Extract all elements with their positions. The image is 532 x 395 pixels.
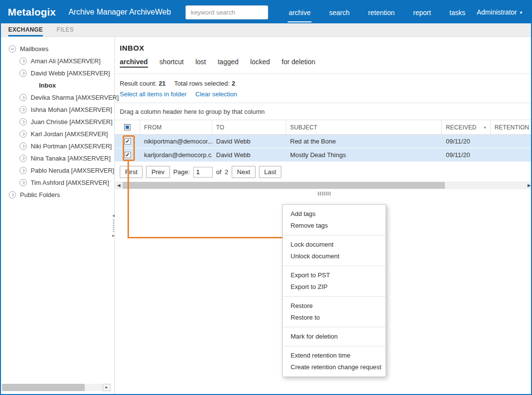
- group-by-drop-zone[interactable]: Drag a column header here to group by th…: [115, 103, 532, 120]
- tree-item-mailboxes[interactable]: Mailboxes: [1, 43, 114, 55]
- tree-item-devika-sharma-amxserver[interactable]: Devika Sharma [AMXSERVER]: [1, 91, 114, 104]
- table-row[interactable]: nikiportman@democor...David WebbRed at t…: [115, 135, 532, 148]
- nav-search[interactable]: search: [328, 2, 350, 22]
- tree-item-tim-ashford-amxserver[interactable]: Tim Ashford [AMXSERVER]: [1, 177, 114, 189]
- menu-item-restore[interactable]: Restore: [283, 300, 385, 312]
- tree-item-label: Devika Sharma [AMXSERVER]: [31, 94, 119, 101]
- horizontal-scrollbar[interactable]: ◀ ▶: [115, 181, 532, 189]
- view-tab-tagged[interactable]: tagged: [218, 58, 238, 68]
- tree-expand-icon[interactable]: [9, 191, 16, 198]
- column-header-label: SUBJECT: [290, 124, 317, 131]
- tree-item-inbox[interactable]: Inbox: [1, 79, 114, 91]
- first-page-button[interactable]: First: [120, 166, 143, 178]
- last-page-button[interactable]: Last: [259, 166, 282, 178]
- tree-item-aman-ali-amxserver[interactable]: Aman Ali [AMXSERVER]: [1, 55, 114, 67]
- column-header-from[interactable]: FROM: [140, 120, 212, 134]
- tree-item-public-folders[interactable]: Public Folders: [1, 189, 114, 201]
- menu-item-remove-tags[interactable]: Remove tags: [283, 220, 385, 232]
- menu-item-create-retention-change-request[interactable]: Create retention change request: [283, 361, 385, 373]
- sidebar-horizontal-scrollbar[interactable]: ►: [2, 384, 110, 391]
- user-menu-administrator[interactable]: Administrator ▾: [477, 8, 523, 16]
- column-header-received[interactable]: RECEIVED▾: [442, 120, 491, 134]
- table-body: nikiportman@democor...David WebbRed at t…: [115, 135, 532, 162]
- menu-item-extend-retention-time[interactable]: Extend retention time: [283, 350, 385, 361]
- tree-item-label: Niki Portman [AMXSERVER]: [31, 143, 112, 150]
- tree-expand-icon[interactable]: [19, 57, 27, 65]
- tree-item-nina-tanaka-amxserver[interactable]: Nina Tanaka [AMXSERVER]: [1, 152, 114, 164]
- context-menu-group: Extend retention timeCreate retention ch…: [283, 346, 385, 377]
- selected-count-value: 2: [232, 80, 235, 87]
- scrollbar-thumb[interactable]: [123, 182, 445, 189]
- tree-expand-icon[interactable]: [19, 70, 27, 77]
- tab-files[interactable]: FILES: [56, 26, 73, 36]
- cell-from: karljordan@democorp.c...: [140, 151, 212, 159]
- table-row[interactable]: karljordan@democorp.c...David WebbMostly…: [115, 148, 532, 162]
- menu-item-export-to-pst[interactable]: Export to PST: [283, 269, 385, 281]
- keyword-search-input[interactable]: [185, 5, 268, 19]
- view-tab-archived[interactable]: archived: [120, 58, 148, 68]
- column-header-label: TO: [216, 124, 224, 131]
- view-tab-lost[interactable]: lost: [195, 58, 206, 68]
- tree-expand-icon[interactable]: [19, 94, 27, 101]
- nav-archive[interactable]: archive: [288, 2, 312, 22]
- tab-exchange[interactable]: EXCHANGE: [8, 26, 43, 36]
- expand-right-icon[interactable]: ▸: [112, 233, 115, 238]
- cell-from: nikiportman@democor...: [140, 138, 212, 145]
- select-all-checkbox[interactable]: [124, 124, 130, 130]
- nav-retention[interactable]: retention: [367, 2, 395, 22]
- select-all-items-link[interactable]: Select all items in folder: [120, 90, 186, 98]
- nav-tasks[interactable]: tasks: [448, 2, 466, 22]
- result-count-value: 21: [159, 80, 165, 87]
- tree-expand-icon[interactable]: [19, 179, 27, 186]
- splitter-grip[interactable]: [318, 192, 330, 196]
- tree-expand-icon[interactable]: [19, 155, 27, 162]
- tree-collapse-icon[interactable]: [9, 45, 16, 53]
- tree-item-label: Juan Christie [AMXSERVER]: [31, 118, 112, 126]
- view-tab-for-deletion[interactable]: for deletion: [282, 58, 315, 68]
- tree-item-juan-christie-amxserver[interactable]: Juan Christie [AMXSERVER]: [1, 116, 114, 128]
- select-all-header-cell[interactable]: [115, 120, 140, 134]
- scrollbar-track[interactable]: [123, 181, 525, 189]
- sort-dropdown-icon[interactable]: ▾: [484, 125, 486, 130]
- collapse-left-icon[interactable]: ◂: [112, 214, 115, 218]
- menu-item-mark-for-deletion[interactable]: Mark for deletion: [283, 331, 385, 342]
- tree-expand-icon[interactable]: [19, 106, 27, 113]
- context-menu-group: Export to PSTExport to ZIP: [283, 266, 385, 296]
- nav-report[interactable]: report: [412, 2, 432, 22]
- menu-item-export-to-zip[interactable]: Export to ZIP: [283, 281, 385, 293]
- page-title: INBOX: [120, 44, 532, 52]
- tree-expand-icon[interactable]: [19, 167, 27, 174]
- page-number-input[interactable]: [193, 167, 213, 178]
- cell-subject: Red at the Bone: [286, 138, 442, 145]
- scroll-right-icon[interactable]: ▶: [525, 181, 532, 189]
- scrollbar-thumb[interactable]: [2, 384, 85, 391]
- tree-item-niki-portman-amxserver[interactable]: Niki Portman [AMXSERVER]: [1, 140, 114, 152]
- archiveweb-window: Metalogix Archive Manager ArchiveWeb arc…: [0, 0, 532, 395]
- tree-expand-icon[interactable]: [19, 143, 27, 150]
- prev-page-button[interactable]: Prev: [146, 166, 170, 178]
- row-checkbox[interactable]: [125, 138, 131, 144]
- view-tab-shortcut[interactable]: shortcut: [160, 58, 184, 68]
- menu-item-add-tags[interactable]: Add tags: [283, 208, 385, 220]
- row-checkbox[interactable]: [125, 152, 131, 158]
- column-header-retention[interactable]: RETENTION: [491, 120, 532, 134]
- folder-tree: MailboxesAman Ali [AMXSERVER]David Webb …: [1, 43, 114, 201]
- next-page-button[interactable]: Next: [232, 166, 256, 178]
- view-tab-locked[interactable]: locked: [250, 58, 270, 68]
- tree-item-karl-jordan-amxserver[interactable]: Karl Jordan [AMXSERVER]: [1, 128, 114, 140]
- tree-expand-icon[interactable]: [19, 118, 27, 126]
- tree-item-ishna-mohan-amxserver[interactable]: Ishna Mohan [AMXSERVER]: [1, 104, 114, 116]
- cell-to: David Webb: [212, 138, 286, 145]
- scroll-right-icon[interactable]: ►: [103, 384, 110, 391]
- menu-item-unlock-document[interactable]: Unlock document: [283, 251, 385, 262]
- menu-item-lock-document[interactable]: Lock document: [283, 239, 385, 251]
- clear-selection-link[interactable]: Clear selection: [195, 90, 237, 98]
- tree-expand-icon[interactable]: [19, 130, 27, 138]
- tree-item-pablo-neruda-amxserver[interactable]: Pablo Neruda [AMXSERVER]: [1, 164, 114, 177]
- scroll-left-icon[interactable]: ◀: [115, 181, 123, 189]
- sidebar-splitter[interactable]: ◂ ▸: [111, 214, 116, 238]
- tree-item-david-webb-amxserver[interactable]: David Webb [AMXSERVER]: [1, 67, 114, 79]
- column-header-to[interactable]: TO: [212, 120, 286, 134]
- menu-item-restore-to[interactable]: Restore to: [283, 312, 385, 323]
- column-header-subject[interactable]: SUBJECT: [286, 120, 442, 134]
